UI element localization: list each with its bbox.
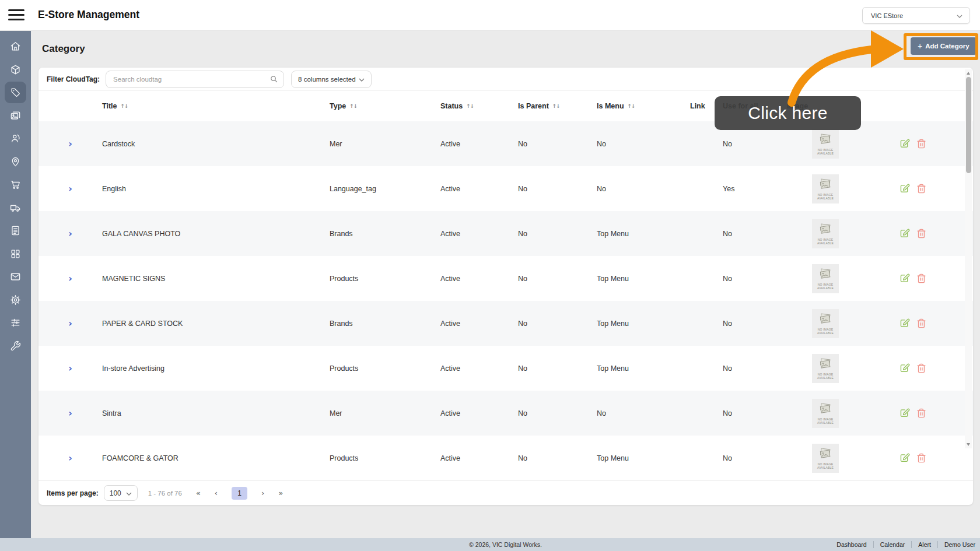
edit-icon xyxy=(900,456,910,465)
cell-status: Active xyxy=(440,364,518,373)
photo-stack-icon xyxy=(818,178,833,192)
cell-status: Active xyxy=(440,140,518,148)
cell-expander: › xyxy=(38,319,102,328)
column-header-is-menu[interactable]: Is Menu↑↓ xyxy=(597,102,690,110)
sliders-icon xyxy=(10,317,21,328)
sidebar-item-cart[interactable] xyxy=(5,174,26,195)
cell-is-menu: Top Menu xyxy=(597,454,690,462)
row-expand-chevron[interactable]: › xyxy=(68,139,72,149)
row-expand-chevron[interactable]: › xyxy=(68,229,72,238)
cell-is-menu: Top Menu xyxy=(597,230,690,238)
page-size-select[interactable]: 100 xyxy=(104,485,138,501)
column-header-type[interactable]: Type↑↓ xyxy=(330,102,440,110)
apps-icon xyxy=(10,248,21,259)
cell-title: English xyxy=(102,185,330,193)
row-expand-chevron[interactable]: › xyxy=(68,454,72,463)
edit-button[interactable] xyxy=(900,408,910,418)
pagination-current-page[interactable]: 1 xyxy=(232,487,247,500)
edit-icon xyxy=(900,276,910,285)
row-expand-chevron[interactable]: › xyxy=(68,409,72,418)
footer-link-divider xyxy=(937,541,938,548)
cell-is-menu: Top Menu xyxy=(597,275,690,283)
sidebar-item-tag[interactable] xyxy=(5,82,26,103)
wrench-icon xyxy=(10,341,21,352)
edit-icon xyxy=(900,366,910,375)
edit-button[interactable] xyxy=(900,318,910,328)
delete-button[interactable] xyxy=(916,453,926,463)
edit-button[interactable] xyxy=(900,273,910,283)
filter-bar: Filter CloudTag: 8 columns selected xyxy=(38,68,973,91)
column-header-status[interactable]: Status↑↓ xyxy=(440,102,518,110)
delete-button[interactable] xyxy=(916,408,926,418)
columns-select-dropdown[interactable]: 8 columns selected xyxy=(291,71,372,88)
sidebar-item-invoice[interactable] xyxy=(5,220,26,241)
footer-link-alert[interactable]: Alert xyxy=(918,541,931,548)
scrollbar-up-arrow[interactable] xyxy=(967,72,970,75)
sidebar-item-apps[interactable] xyxy=(5,243,26,265)
edit-button[interactable] xyxy=(900,184,910,194)
sort-icon[interactable]: ↑↓ xyxy=(349,103,357,109)
store-selector[interactable]: VIC EStore xyxy=(862,7,970,24)
add-category-button[interactable]: + Add Category xyxy=(911,37,977,55)
pagination-next-button[interactable]: › xyxy=(261,489,264,497)
vertical-scrollbar[interactable] xyxy=(965,69,972,448)
footer-link-demo-user[interactable]: Demo User xyxy=(944,541,975,548)
delete-button[interactable] xyxy=(916,318,926,328)
sidebar-item-sliders[interactable] xyxy=(5,312,26,334)
footer-link-dashboard[interactable]: Dashboard xyxy=(836,541,866,548)
sidebar-item-wrench[interactable] xyxy=(5,335,26,357)
app-title: E-Store Management xyxy=(38,9,139,21)
sidebar-item-location[interactable] xyxy=(5,151,26,173)
cell-is-menu: Top Menu xyxy=(597,364,690,373)
delete-button[interactable] xyxy=(916,363,926,373)
column-header-title[interactable]: Title↑↓ xyxy=(102,102,330,110)
cell-use-for: No xyxy=(723,409,787,417)
cell-use-for: No xyxy=(723,230,787,238)
sort-icon[interactable]: ↑↓ xyxy=(120,103,128,109)
scrollbar-down-arrow[interactable] xyxy=(967,443,970,446)
row-expand-chevron[interactable]: › xyxy=(68,184,72,194)
row-expand-chevron[interactable]: › xyxy=(68,364,72,373)
edit-button[interactable] xyxy=(900,139,910,149)
page-title: Category xyxy=(42,43,85,55)
delete-button[interactable] xyxy=(916,184,926,194)
edit-button[interactable] xyxy=(900,453,910,463)
column-header-is-parent[interactable]: Is Parent↑↓ xyxy=(518,102,597,110)
pagination-first-button[interactable]: « xyxy=(196,489,201,497)
sidebar-item-home[interactable] xyxy=(5,36,26,57)
search-input[interactable] xyxy=(106,71,284,88)
sidebar-item-package[interactable] xyxy=(5,59,26,80)
sort-icon[interactable]: ↑↓ xyxy=(628,103,635,109)
no-image-placeholder: NO IMAGEAVAILABLE xyxy=(812,129,839,159)
row-expand-chevron[interactable]: › xyxy=(68,319,72,328)
sidebar-item-truck[interactable] xyxy=(5,197,26,219)
column-header-label: Status xyxy=(440,102,463,110)
scrollbar-thumb[interactable] xyxy=(966,77,971,173)
row-expand-chevron[interactable]: › xyxy=(68,274,72,283)
pagination-last-button[interactable]: » xyxy=(278,489,283,497)
sidebar-item-gallery[interactable] xyxy=(5,105,26,127)
cell-actions xyxy=(864,408,965,418)
pagination-prev-button[interactable]: ‹ xyxy=(215,489,218,497)
sidebar-item-users[interactable] xyxy=(5,128,26,149)
edit-button[interactable] xyxy=(900,229,910,238)
hamburger-menu-button[interactable] xyxy=(8,9,24,22)
sidebar-item-mail[interactable] xyxy=(5,266,26,287)
sidebar-item-settings[interactable] xyxy=(5,289,26,311)
delete-button[interactable] xyxy=(916,273,926,283)
delete-button[interactable] xyxy=(916,139,926,149)
settings-icon xyxy=(10,294,21,306)
sort-icon[interactable]: ↑↓ xyxy=(466,103,474,109)
cell-title: PAPER & CARD STOCK xyxy=(102,320,330,328)
cell-use-for: No xyxy=(723,320,787,328)
delete-button[interactable] xyxy=(916,229,926,238)
no-image-placeholder: NO IMAGEAVAILABLE xyxy=(812,354,839,383)
sort-icon[interactable]: ↑↓ xyxy=(552,103,560,109)
edit-button[interactable] xyxy=(900,363,910,373)
footer: © 2026, VIC Digital Works. DashboardCale… xyxy=(0,538,980,551)
cell-actions xyxy=(864,318,965,328)
footer-link-calendar[interactable]: Calendar xyxy=(880,541,905,548)
cell-image: NO IMAGEAVAILABLE xyxy=(787,309,864,338)
cell-is-parent: No xyxy=(518,320,597,328)
no-image-placeholder: NO IMAGEAVAILABLE xyxy=(812,444,839,473)
